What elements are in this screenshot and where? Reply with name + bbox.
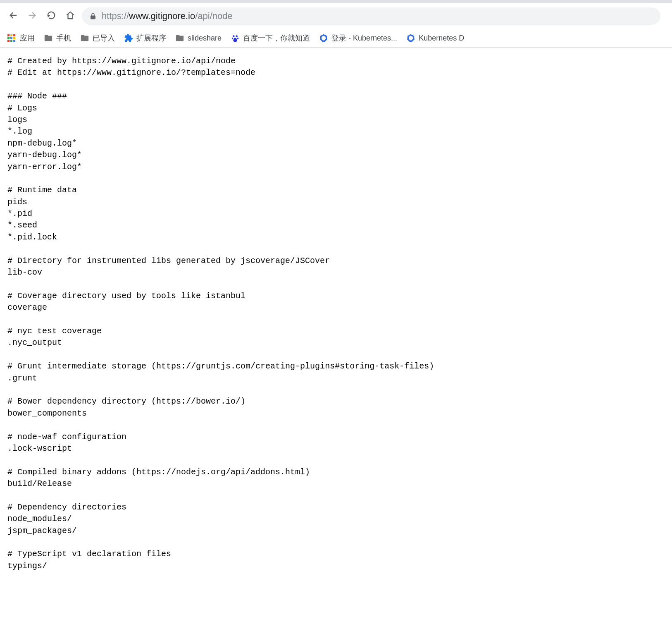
- arrow-right-icon: [28, 11, 37, 22]
- bookmark-label: slideshare: [188, 34, 222, 43]
- puzzle-icon: [124, 33, 133, 43]
- address-bar-row: https://www.gitignore.io/api/node: [0, 3, 672, 29]
- apps-icon: [7, 33, 17, 43]
- gitignore-text: # Created by https://www.gitignore.io/ap…: [7, 55, 665, 572]
- bookmark-baidu[interactable]: 百度一下，你就知道: [231, 33, 310, 43]
- url-path: /api/node: [195, 11, 233, 21]
- svg-point-4: [232, 38, 234, 40]
- bookmark-phone[interactable]: 手机: [44, 33, 71, 43]
- address-bar[interactable]: https://www.gitignore.io/api/node: [82, 7, 660, 25]
- bookmark-label: 登录 - Kubernetes...: [331, 33, 397, 43]
- browser-chrome: https://www.gitignore.io/api/node 应用 手机 …: [0, 0, 672, 48]
- arrow-left-icon: [9, 11, 18, 22]
- folder-icon: [175, 33, 184, 43]
- tab-bar-area: [0, 0, 672, 3]
- home-button[interactable]: [63, 9, 78, 24]
- reload-icon: [47, 11, 56, 22]
- url-protocol: https://: [102, 11, 129, 21]
- home-icon: [66, 11, 75, 22]
- bookmark-apps[interactable]: 应用: [7, 33, 35, 43]
- bookmark-label: Kubernetes D: [419, 34, 464, 43]
- bookmark-label: 扩展程序: [136, 33, 166, 43]
- back-button[interactable]: [6, 9, 21, 24]
- url-display: https://www.gitignore.io/api/node: [102, 11, 233, 22]
- svg-point-2: [233, 35, 235, 37]
- lock-icon: [89, 12, 97, 20]
- bookmarks-bar: 应用 手机 已导入 扩展程序 slideshar: [0, 29, 672, 48]
- svg-point-3: [236, 35, 238, 37]
- bookmark-slideshare[interactable]: slideshare: [175, 33, 222, 43]
- bookmark-extensions[interactable]: 扩展程序: [124, 33, 166, 43]
- bookmark-label: 已导入: [93, 33, 115, 43]
- bookmark-label: 应用: [20, 33, 35, 43]
- kubernetes-icon: [406, 33, 415, 43]
- page-content: # Created by https://www.gitignore.io/ap…: [0, 48, 672, 579]
- svg-point-5: [237, 38, 239, 40]
- folder-icon: [44, 33, 53, 43]
- forward-button[interactable]: [25, 9, 40, 24]
- bookmark-label: 百度一下，你就知道: [243, 33, 310, 43]
- url-domain: www.gitignore.io: [129, 11, 195, 21]
- bookmark-label: 手机: [56, 33, 71, 43]
- kubernetes-icon: [319, 33, 328, 43]
- folder-icon: [80, 33, 89, 43]
- baidu-icon: [231, 33, 240, 43]
- bookmark-imported[interactable]: 已导入: [80, 33, 115, 43]
- bookmark-k8s-login[interactable]: 登录 - Kubernetes...: [319, 33, 397, 43]
- reload-button[interactable]: [44, 9, 59, 24]
- bookmark-k8s-d[interactable]: Kubernetes D: [406, 33, 464, 43]
